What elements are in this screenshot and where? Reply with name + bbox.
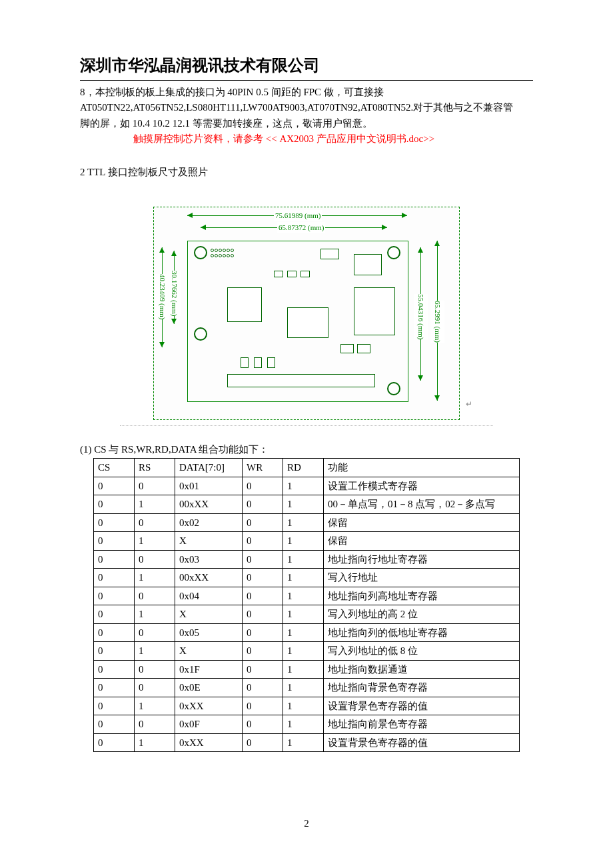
cell-wr: 0 [243,715,283,734]
table-row: 000x1F01地址指向数据通道 [94,660,520,679]
cell-wr: 0 [243,587,283,605]
mount-hole-bl [194,327,207,341]
cell-wr: 0 [243,513,283,532]
cell-data: 0x0E [175,679,243,697]
chip-sm7 [340,344,354,353]
cell-cs: 0 [94,697,135,715]
cell-cs: 0 [94,642,135,661]
cell-rs: 0 [135,587,175,605]
cell-rd: 1 [283,550,324,569]
cell-cs: 0 [94,569,135,587]
signal-truth-table: CS RS DATA[7:0] WR RD 功能 000x0101设置工作模式寄… [93,458,520,752]
cell-data: 0x01 [175,477,243,495]
cell-rd: 1 [283,623,324,642]
cell-func: 设置工作模式寄存器 [324,477,520,495]
chip-sm4 [241,357,249,368]
table-row: 000x0401地址指向列高地址寄存器 [94,587,520,605]
chip-sm8 [357,344,370,353]
header-pins-2 [211,254,234,257]
intro-paragraph: 8，本控制板的板上集成的接口为 40PIN 0.5 间距的 FPC 做，可直接接… [80,85,533,131]
mount-hole-tr [387,246,400,259]
table-row: 000x0201保留 [94,513,520,532]
cell-func: 写入行地址 [324,569,520,587]
dim-top-inner: 65.87372 (mm) [277,222,325,233]
cell-cs: 0 [94,477,135,495]
cell-wr: 0 [243,605,283,624]
cell-rd: 1 [283,642,324,661]
cell-wr: 0 [243,623,283,642]
cell-rs: 0 [135,660,175,679]
table-row: 0100xXX01写入行地址 [94,569,520,587]
table-row: 01X01写入列地址的低 8 位 [94,642,520,661]
cell-cs: 0 [94,550,135,569]
cell-func: 00－单点写，01－8 点写，02－多点写 [324,495,520,514]
cell-func: 地址指向数据通道 [324,660,520,679]
cell-wr: 0 [243,679,283,697]
chip-u4 [354,287,395,335]
dim-right-inner: 55.04316 (mm) [414,294,428,339]
cell-data: 00xXX [175,495,243,514]
cell-cs: 0 [94,495,135,514]
chip-sm6 [267,357,275,368]
cell-rd: 1 [283,495,324,514]
cell-rd: 1 [283,679,324,697]
cell-wr: 0 [243,532,283,551]
cell-cs: 0 [94,605,135,624]
cell-cs: 0 [94,679,135,697]
chip-u1 [354,254,382,275]
th-cs: CS [94,459,135,477]
th-rs: RS [135,459,175,477]
cell-rd: 1 [283,532,324,551]
cell-func: 地址指向列的低地址寄存器 [324,623,520,642]
cell-data: 0x0F [175,715,243,734]
cell-data: X [175,642,243,661]
faint-dotted-rule [120,425,493,426]
section-2-heading: 2 TTL 接口控制板尺寸及照片 [80,165,533,180]
cell-rs: 1 [135,532,175,551]
table-row: 000x0301地址指向行地址寄存器 [94,550,520,569]
cell-rd: 1 [283,733,324,752]
table-row: 01X01写入列地址的高 2 位 [94,605,520,624]
cell-func: 设置背景色寄存器的值 [324,697,520,715]
cell-data: 0x05 [175,623,243,642]
cell-cs: 0 [94,660,135,679]
table-row: 000x0501地址指向列的低地址寄存器 [94,623,520,642]
intro-lead: 8，本控制板的板上集成的接口为 40PIN 0.5 间距的 FPC 做，可直接接 [80,87,384,97]
cell-data: X [175,532,243,551]
th-data: DATA[7:0] [175,459,243,477]
page-number: 2 [0,816,613,831]
cell-cs: 0 [94,532,135,551]
cell-rd: 1 [283,587,324,605]
table-row: 000x0101设置工作模式寄存器 [94,477,520,495]
cell-wr: 0 [243,642,283,661]
cell-rs: 1 [135,569,175,587]
cell-data: 0x02 [175,513,243,532]
cell-rd: 1 [283,477,324,495]
cell-func: 写入列地址的高 2 位 [324,605,520,624]
cell-wr: 0 [243,697,283,715]
cell-rd: 1 [283,697,324,715]
cell-rs: 0 [135,477,175,495]
th-func: 功能 [324,459,520,477]
th-wr: WR [243,459,283,477]
cell-wr: 0 [243,569,283,587]
cell-func: 设置背景色寄存器的值 [324,733,520,752]
cell-data: 0x03 [175,550,243,569]
cell-data: 0x04 [175,587,243,605]
mount-hole-br [387,382,400,395]
cell-rd: 1 [283,715,324,734]
cell-rd: 1 [283,569,324,587]
cell-rd: 1 [283,513,324,532]
table-row: 000x0F01地址指向前景色寄存器 [94,715,520,734]
table-header-row: CS RS DATA[7:0] WR RD 功能 [94,459,520,477]
table-row: 010xXX01设置背景色寄存器的值 [94,733,520,752]
cell-cs: 0 [94,513,135,532]
cell-func: 地址指向前景色寄存器 [324,715,520,734]
dim-right-outer: 65.2991 (mm) [430,301,444,343]
chip-sm5 [254,357,262,368]
chip-osc [320,249,339,259]
table-row: 010xXX01设置背景色寄存器的值 [94,697,520,715]
chip-sm2 [287,271,297,277]
mount-hole-tl [194,246,207,259]
table-row: 000x0E01地址指向背景色寄存器 [94,679,520,697]
